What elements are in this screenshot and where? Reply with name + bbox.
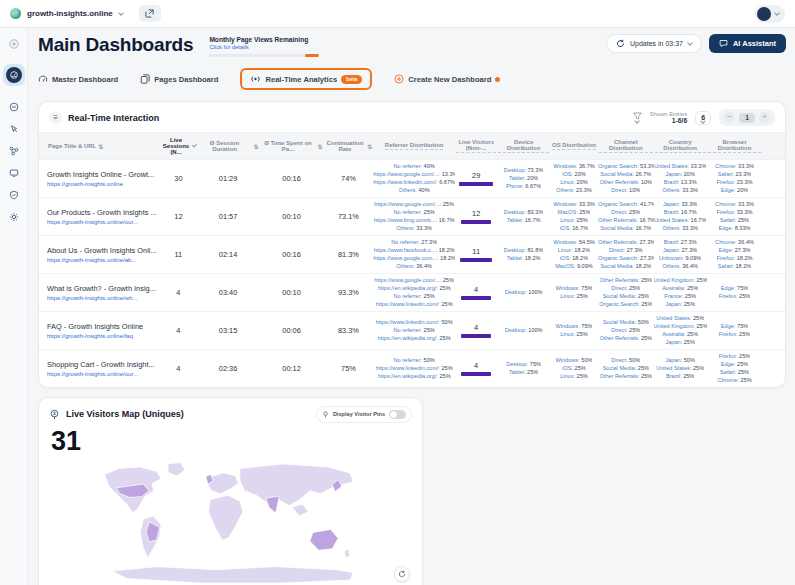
sidebar-item-sessions[interactable] [8, 167, 19, 178]
filter-button[interactable] [633, 112, 642, 123]
visitor-pins-toggle-group[interactable]: Display Visitor Pins [316, 406, 412, 423]
quota-details-link[interactable]: Click for details [209, 44, 319, 50]
quota-widget[interactable]: Monthly Page Views Remaining Click for d… [209, 36, 319, 57]
tab-pages-dashboard[interactable]: Pages Dashboard [140, 74, 218, 84]
distribution-line: Windows: 75% [555, 285, 592, 292]
column-label: Country Distribution [655, 139, 706, 153]
os-distribution-cell: Windows: 75%Linux: 25% [550, 320, 598, 341]
table-row[interactable]: FAQ - Growth Insights Onlinehttps://grow… [39, 312, 785, 350]
distribution-line: Chrome: 33.3% [715, 163, 754, 170]
distribution-line: Direct: 25% [611, 209, 640, 216]
country-distribution-cell: Japan: 50%United States: 25%Brazil: 25% [654, 354, 707, 383]
sort-icon[interactable]: ⇅ [98, 143, 103, 150]
live-visitors-cell: 4 [455, 285, 497, 300]
column-header--session-duration[interactable]: Ø Session Duration⇅ [197, 136, 260, 156]
sort-icon[interactable]: ⇅ [318, 143, 323, 150]
world-map [71, 458, 391, 585]
table-row[interactable]: Shopping Cart - Growth Insight...https:/… [39, 350, 785, 387]
sidebar-item-dashboards[interactable] [3, 64, 25, 86]
column-header-page-title-url[interactable]: Page Title & URL⇅ [47, 139, 160, 154]
chevron-down-icon[interactable] [118, 10, 124, 16]
distribution-line: Edge: 20% [721, 187, 748, 194]
time-on-page-value: 00:12 [259, 364, 323, 373]
page-url-link[interactable]: https://growth-insights.online/our... [47, 371, 160, 377]
distribution-line: Tablet: 18.2% [507, 255, 541, 262]
sidebar-item-behavior[interactable] [8, 123, 19, 134]
distribution-line: MacOS: 9.09% [555, 263, 593, 270]
channel-distribution-cell: Other Referrals: 27.3%Direct: 27.3%Organ… [598, 236, 653, 273]
card-menu-icon[interactable]: ≡ [49, 111, 62, 124]
next-page-button[interactable]: + [759, 112, 770, 123]
open-external-button[interactable] [139, 5, 161, 22]
distribution-line: Direct: 27.3% [609, 247, 643, 254]
quota-progress-fill [305, 54, 319, 57]
page-title-text: Growth Insights Online - Growt... [47, 170, 160, 179]
sidebar-item-settings[interactable] [8, 211, 19, 222]
shown-entries: Shown Entries 1-6/6 [650, 111, 687, 124]
chevron-down-icon [774, 10, 780, 16]
distribution-line: Brazil: 25% [666, 373, 694, 380]
distribution-line: Australia: 25% [662, 285, 698, 292]
tab-real-time-analytics[interactable]: Real-Time Analyticsbeta [240, 68, 372, 90]
ai-assistant-button[interactable]: AI Assistant [709, 34, 786, 53]
page-url-link[interactable]: https://growth-insights.online/faq [47, 333, 160, 339]
updates-dropdown[interactable]: Updates in 03:37 [606, 34, 702, 53]
page-title: Main Dashboards [38, 34, 193, 56]
toggle-knob [390, 411, 397, 418]
distribution-line: Firefox: 23.3% [717, 179, 753, 186]
distribution-line: Social Media: 50% [603, 319, 649, 326]
page-url-link[interactable]: https://growth-insights.online/ab... [47, 257, 160, 263]
quota-label: Monthly Page Views Remaining [209, 36, 319, 43]
continuation-rate-value: 93.3% [324, 288, 374, 297]
person-pin-icon [49, 409, 60, 420]
distribution-line: Firefox: 25% [719, 331, 750, 338]
column-header-continuation-rate[interactable]: Continuation Rate⇅ [324, 136, 374, 156]
sort-icon[interactable]: ⇅ [253, 143, 258, 150]
column-label: Browser Distribution [708, 139, 761, 153]
live-sessions-value: 4 [160, 288, 197, 297]
visitor-pins-toggle[interactable] [389, 410, 406, 419]
table-body: Growth Insights Online - Growt...https:/… [39, 160, 785, 387]
page-url-link[interactable]: https://growth-insights.online/wh... [47, 295, 160, 301]
account-menu[interactable] [755, 5, 785, 23]
column-header--time-spent-on-pa-[interactable]: Ø Time Spent on Pa...⇅ [259, 136, 323, 156]
distribution-line: iOS: 20% [562, 171, 586, 178]
dashboard-icon [10, 71, 18, 79]
column-header-live-sessions-n-[interactable]: Live Sessions (N... [160, 133, 197, 159]
distribution-line: United Kingdom: 25% [654, 323, 707, 330]
page-url-link[interactable]: https://growth-insights.online/our... [47, 219, 160, 225]
page-url-link[interactable]: https://growth-insights.online [47, 181, 160, 187]
sidebar-expand-icon[interactable] [8, 38, 19, 49]
page-title-cell: Growth Insights Online - Growt...https:/… [47, 170, 160, 187]
tab-master-dashboard[interactable]: Master Dashboard [38, 74, 118, 84]
distribution-line: Other Referrals: 27.3% [598, 239, 653, 246]
page-size-select[interactable]: 6 [695, 111, 711, 125]
device-distribution-cell: Desktop: 81.8%Tablet: 18.2% [497, 244, 550, 265]
tab-create-new-dashboard[interactable]: Create New Dashboard [394, 74, 500, 84]
browser-distribution-cell: Edge: 75%Firefox: 25% [707, 282, 762, 303]
column-label: Live Visitors (Non-... [456, 139, 496, 153]
map-refresh-button[interactable] [394, 566, 410, 582]
table-row[interactable]: Growth Insights Online - Growt...https:/… [39, 160, 785, 198]
continuation-rate-value: 83.3% [324, 326, 374, 335]
sidebar-item-funnels[interactable] [8, 145, 19, 156]
prev-page-button[interactable]: − [724, 112, 735, 123]
refresh-icon [616, 39, 625, 48]
site-name[interactable]: growth-insights.online [27, 9, 113, 18]
distribution-line: Phone: 6.67% [506, 183, 541, 190]
live-visitors-value: 4 [474, 361, 478, 370]
table-row[interactable]: Our Products - Growth Insights ...https:… [39, 198, 785, 236]
os-distribution-cell: Windows: 33.3%MacOS: 25%Linux: 25%iOS: 1… [550, 198, 598, 235]
table-row[interactable]: What is Growth? - Growth Insig...https:/… [39, 274, 785, 312]
chevron-down-icon [700, 118, 706, 124]
sidebar-item-privacy[interactable] [8, 189, 19, 200]
page-title-text: Shopping Cart - Growth Insight... [47, 360, 160, 369]
distribution-line: https://www.facebook.c...: 18.2% [374, 247, 455, 254]
distribution-line: Social Media: 25% [603, 293, 649, 300]
distribution-line: Linux: 25% [560, 217, 588, 224]
live-sessions-value: 12 [160, 212, 197, 221]
sort-icon[interactable]: ⇅ [367, 143, 372, 150]
sidebar-item-reports[interactable] [8, 101, 19, 112]
table-row[interactable]: About Us - Growth Insights Onli...https:… [39, 236, 785, 274]
distribution-line: Japan: 33.3% [663, 201, 697, 208]
